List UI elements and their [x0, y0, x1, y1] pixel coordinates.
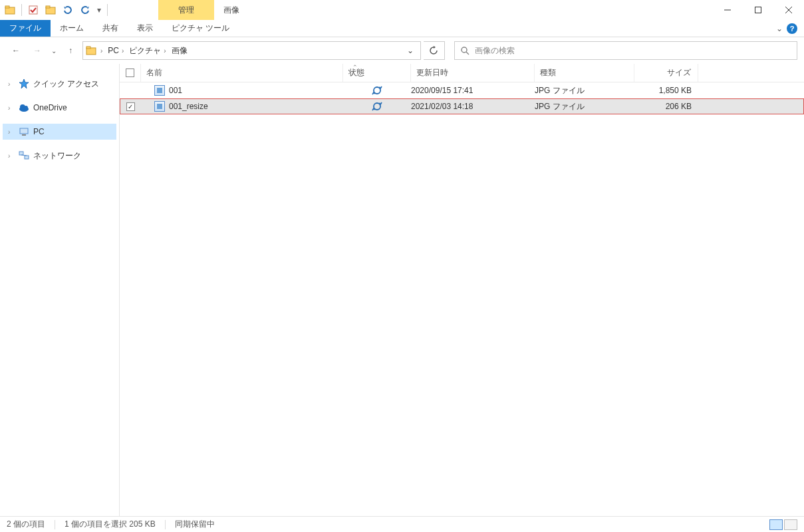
file-size: 206 KB	[634, 102, 698, 111]
folder-icon[interactable]	[3, 3, 17, 17]
file-row[interactable]: 001 2020/09/15 17:41 JPG ファイル 1,850 KB	[120, 82, 804, 98]
column-header-size[interactable]: サイズ	[634, 64, 698, 82]
ribbon-file-tab[interactable]: ファイル	[0, 20, 51, 37]
row-checkbox[interactable]: ✓	[126, 102, 135, 111]
explorer-body: › クイック アクセス › OneDrive › PC › ネットワーク 名前 …	[0, 64, 804, 516]
nav-forward-button[interactable]: →	[28, 41, 47, 60]
ribbon-tab-share[interactable]: 共有	[93, 20, 128, 37]
svg-line-21	[21, 155, 27, 156]
svg-rect-17	[20, 128, 28, 134]
ribbon-tabs: ファイル ホーム 共有 表示 ピクチャ ツール ⌄ ?	[0, 20, 804, 37]
address-dropdown-icon[interactable]: ⌄	[403, 46, 418, 55]
column-header-date[interactable]: 更新日時	[411, 64, 535, 82]
file-type: JPG ファイル	[535, 85, 634, 96]
tree-label: クイック アクセス	[33, 78, 99, 90]
view-details-button[interactable]	[769, 519, 783, 530]
svg-rect-18	[22, 134, 26, 136]
svg-point-16	[24, 106, 28, 110]
separator	[21, 4, 22, 16]
help-icon[interactable]: ?	[787, 23, 797, 34]
tree-item-network[interactable]: › ネットワーク	[3, 148, 116, 164]
address-bar[interactable]: › PC› ピクチャ› 画像 ⌄	[82, 41, 421, 60]
search-placeholder: 画像の検索	[475, 45, 515, 57]
expand-icon[interactable]: ›	[8, 152, 15, 160]
undo-icon[interactable]	[61, 3, 75, 17]
status-selection: 1 個の項目を選択 205 KB	[65, 519, 156, 530]
separator	[165, 520, 166, 529]
status-bar: 2 個の項目 1 個の項目を選択 205 KB 同期保留中	[0, 516, 804, 532]
new-folder-icon[interactable]	[43, 3, 58, 17]
tree-item-onedrive[interactable]: › OneDrive	[3, 100, 116, 116]
breadcrumb-pc[interactable]: PC›	[106, 46, 125, 55]
file-date: 2020/09/15 17:41	[411, 86, 535, 95]
properties-check-icon[interactable]	[26, 3, 41, 17]
svg-rect-1	[5, 6, 9, 8]
file-date: 2021/02/03 14:18	[411, 102, 535, 111]
folder-icon	[86, 45, 96, 56]
separator	[55, 520, 55, 529]
cloud-icon	[19, 102, 29, 113]
expand-icon[interactable]: ›	[8, 104, 15, 112]
view-large-icons-button[interactable]	[784, 519, 797, 530]
nav-recent-dropdown[interactable]: ⌄	[49, 41, 59, 60]
minimize-button[interactable]	[712, 0, 743, 20]
sort-indicator-icon: ⌃	[352, 64, 358, 70]
ribbon-tab-picture-tools[interactable]: ピクチャ ツール	[162, 20, 239, 37]
jpg-file-icon	[154, 85, 165, 96]
maximize-button[interactable]	[743, 0, 773, 20]
expand-icon[interactable]: ›	[8, 128, 15, 136]
svg-point-11	[462, 47, 467, 53]
file-list: 名前 ⌃ 状態 更新日時 種類 サイズ 001 2020/09/15 17:41…	[120, 64, 804, 516]
navigation-bar: ← → ⌄ ↑ › PC› ピクチャ› 画像 ⌄ 画像の検索	[0, 37, 804, 64]
refresh-button[interactable]	[424, 41, 445, 60]
close-button[interactable]	[773, 0, 804, 20]
sync-pending-icon	[372, 101, 382, 112]
window-title: 画像	[214, 0, 249, 20]
column-header-type[interactable]: 種類	[535, 64, 634, 82]
svg-rect-19	[19, 152, 23, 155]
separator	[107, 4, 108, 16]
sync-pending-icon	[372, 85, 382, 96]
tree-item-pc[interactable]: › PC	[3, 124, 116, 140]
status-sync: 同期保留中	[175, 519, 215, 530]
tree-label: ネットワーク	[33, 150, 81, 162]
svg-marker-13	[19, 79, 29, 88]
breadcrumb-pictures[interactable]: ピクチャ›	[128, 45, 167, 57]
ribbon-tab-view[interactable]: 表示	[128, 20, 162, 37]
titlebar: ▾ 管理 画像	[0, 0, 804, 20]
tree-item-quick-access[interactable]: › クイック アクセス	[3, 76, 116, 92]
star-icon	[19, 78, 29, 89]
file-size: 1,850 KB	[634, 86, 698, 95]
svg-rect-2	[29, 6, 37, 14]
qat-dropdown-icon[interactable]: ▾	[95, 3, 103, 17]
svg-line-12	[466, 52, 469, 55]
svg-rect-10	[86, 47, 90, 49]
tree-label: OneDrive	[33, 103, 67, 112]
tree-label: PC	[33, 127, 45, 136]
ribbon-expand-icon[interactable]: ⌄	[776, 24, 783, 33]
column-headers: 名前 ⌃ 状態 更新日時 種類 サイズ	[120, 64, 804, 82]
column-header-checkbox[interactable]	[120, 64, 141, 82]
pc-icon	[19, 126, 29, 137]
window-controls	[712, 0, 804, 20]
contextual-tab-manage[interactable]: 管理	[158, 0, 214, 20]
breadcrumb-images[interactable]: 画像	[170, 45, 189, 57]
jpg-file-icon	[154, 101, 165, 112]
status-item-count: 2 個の項目	[7, 519, 45, 530]
search-icon	[460, 46, 469, 55]
file-name: 001	[169, 86, 182, 95]
search-box[interactable]: 画像の検索	[454, 41, 798, 60]
quick-access-toolbar: ▾	[0, 0, 112, 20]
file-type: JPG ファイル	[535, 101, 634, 112]
file-name: 001_resize	[169, 102, 208, 111]
svg-rect-20	[25, 156, 29, 159]
redo-icon[interactable]	[78, 3, 92, 17]
expand-icon[interactable]: ›	[8, 80, 15, 88]
network-icon	[19, 150, 29, 161]
column-header-name[interactable]: 名前	[141, 64, 343, 82]
nav-back-button[interactable]: ←	[7, 41, 25, 60]
ribbon-tab-home[interactable]: ホーム	[51, 20, 93, 37]
breadcrumb-chevron[interactable]: ›	[99, 47, 104, 55]
nav-up-button[interactable]: ↑	[61, 41, 80, 60]
file-row[interactable]: ✓ 001_resize 2021/02/03 14:18 JPG ファイル 2…	[120, 98, 804, 114]
